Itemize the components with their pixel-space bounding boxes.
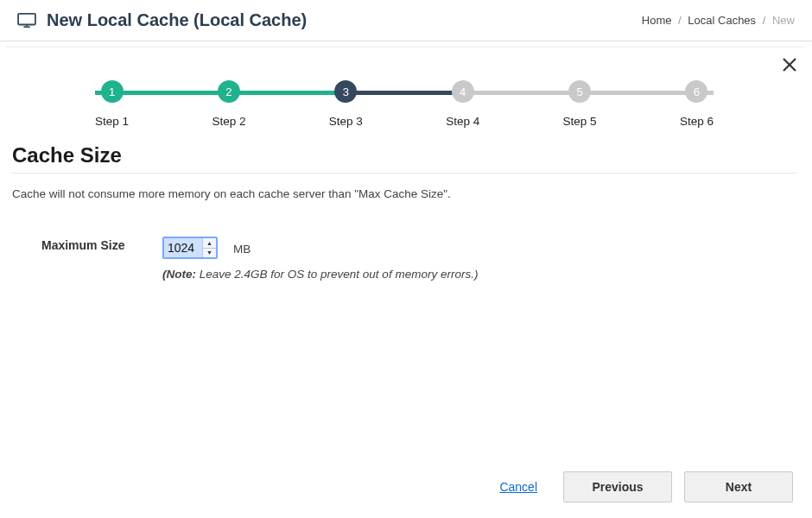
previous-button[interactable]: Previous <box>563 471 672 502</box>
max-size-label: Maximum Size <box>41 237 162 252</box>
wizard-panel: 1 Step 1 2 Step 2 3 Step 3 4 Step 4 5 St… <box>5 47 803 513</box>
step-node-2[interactable]: 2 Step 2 <box>212 80 245 128</box>
wizard-footer: Cancel Previous Next <box>499 471 793 502</box>
unit-label: MB <box>233 243 251 256</box>
section-description: Cache will not consume more memory on ea… <box>12 187 796 200</box>
step-label: Step 2 <box>212 115 245 128</box>
stepper: 1 Step 1 2 Step 2 3 Step 3 4 Step 4 5 St… <box>95 80 714 128</box>
step-label: Step 6 <box>680 115 714 128</box>
section-title: Cache Size <box>12 143 796 167</box>
step-node-1[interactable]: 1 Step 1 <box>95 80 129 128</box>
max-size-input[interactable] <box>164 238 202 257</box>
close-icon[interactable] <box>779 54 800 75</box>
spinner-up-icon[interactable]: ▲ <box>203 238 216 249</box>
header-left: New Local Cache (Local Cache) <box>17 10 307 30</box>
step-node-4[interactable]: 4 Step 4 <box>446 80 479 128</box>
max-size-control: ▲ ▼ MB (Note: Leave 2.4GB for OS to prev… <box>162 237 478 281</box>
step-circle: 6 <box>685 80 707 103</box>
breadcrumb: Home / Local Caches / New <box>642 14 795 27</box>
step-circle: 4 <box>452 80 474 103</box>
note-prefix: (Note: <box>162 268 196 281</box>
page-header: New Local Cache (Local Cache) Home / Loc… <box>0 0 812 41</box>
max-size-input-wrap: ▲ ▼ <box>162 237 218 259</box>
svg-rect-1 <box>23 26 29 28</box>
step-node-5[interactable]: 5 Step 5 <box>563 80 597 128</box>
page-title: New Local Cache (Local Cache) <box>47 10 307 30</box>
step-label: Step 5 <box>563 115 597 128</box>
step-circle: 5 <box>568 80 591 103</box>
step-label: Step 4 <box>446 115 479 128</box>
section-divider <box>12 173 796 174</box>
step-node-3[interactable]: 3 Step 3 <box>329 80 363 128</box>
step-circle: 3 <box>334 80 357 103</box>
breadcrumb-sep: / <box>763 14 766 27</box>
breadcrumb-sep: / <box>678 14 682 27</box>
next-button[interactable]: Next <box>684 471 793 502</box>
note-text: Leave 2.4GB for OS to prevent out of mem… <box>196 268 478 281</box>
step-label: Step 3 <box>329 115 363 128</box>
step-circle: 1 <box>101 80 124 103</box>
monitor-icon <box>17 13 36 28</box>
step-node-6[interactable]: 6 Step 6 <box>680 80 714 128</box>
cancel-link[interactable]: Cancel <box>499 480 537 494</box>
breadcrumb-parent[interactable]: Local Caches <box>688 14 756 27</box>
step-circle: 2 <box>218 80 240 103</box>
breadcrumb-current: New <box>772 14 795 27</box>
stepper-nodes: 1 Step 1 2 Step 2 3 Step 3 4 Step 4 5 St… <box>95 80 714 128</box>
max-size-spinner: ▲ ▼ <box>202 238 216 257</box>
spinner-down-icon[interactable]: ▼ <box>203 249 216 258</box>
max-size-note: (Note: Leave 2.4GB for OS to prevent out… <box>162 268 478 281</box>
max-size-row: Maximum Size ▲ ▼ MB (Note: Leave 2.4GB f… <box>12 237 796 281</box>
breadcrumb-home[interactable]: Home <box>642 14 672 27</box>
step-label: Step 1 <box>95 115 129 128</box>
svg-rect-2 <box>26 24 28 26</box>
svg-rect-0 <box>18 13 35 24</box>
